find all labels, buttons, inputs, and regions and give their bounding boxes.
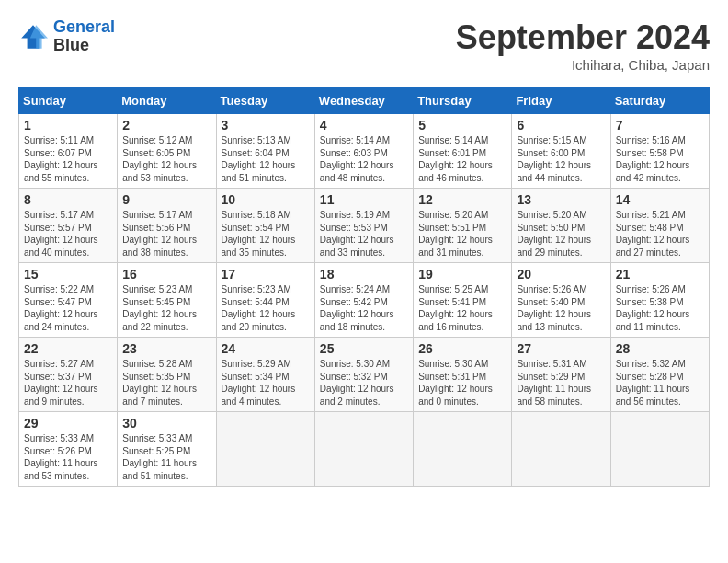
day-info: Sunrise: 5:24 AM Sunset: 5:42 PM Dayligh…: [320, 283, 408, 333]
day-info: Sunrise: 5:23 AM Sunset: 5:45 PM Dayligh…: [122, 283, 210, 333]
col-sunday: Sunday: [19, 88, 118, 114]
empty-cell: [610, 412, 709, 487]
day-info: Sunrise: 5:17 AM Sunset: 5:57 PM Dayligh…: [24, 209, 112, 259]
calendar-week-4: 22 Sunrise: 5:27 AM Sunset: 5:37 PM Dayl…: [19, 338, 710, 412]
day-cell-16: 16 Sunrise: 5:23 AM Sunset: 5:45 PM Dayl…: [118, 263, 216, 338]
col-saturday: Saturday: [610, 88, 709, 114]
day-cell-26: 26 Sunrise: 5:30 AM Sunset: 5:31 PM Dayl…: [414, 338, 512, 412]
day-info: Sunrise: 5:15 AM Sunset: 6:00 PM Dayligh…: [517, 134, 605, 184]
day-number: 14: [616, 192, 704, 207]
day-info: Sunrise: 5:18 AM Sunset: 5:54 PM Dayligh…: [222, 209, 310, 259]
day-cell-15: 15 Sunrise: 5:22 AM Sunset: 5:47 PM Dayl…: [19, 263, 118, 338]
day-cell-22: 22 Sunrise: 5:27 AM Sunset: 5:37 PM Dayl…: [19, 338, 118, 412]
day-info: Sunrise: 5:14 AM Sunset: 6:03 PM Dayligh…: [320, 134, 408, 184]
day-cell-17: 17 Sunrise: 5:23 AM Sunset: 5:44 PM Dayl…: [216, 263, 314, 338]
day-cell-6: 6 Sunrise: 5:15 AM Sunset: 6:00 PM Dayli…: [512, 114, 610, 189]
day-number: 21: [616, 267, 704, 282]
calendar-week-2: 8 Sunrise: 5:17 AM Sunset: 5:57 PM Dayli…: [19, 189, 710, 263]
col-monday: Monday: [118, 88, 216, 114]
day-cell-18: 18 Sunrise: 5:24 AM Sunset: 5:42 PM Dayl…: [314, 263, 413, 338]
day-number: 8: [24, 192, 112, 207]
day-cell-20: 20 Sunrise: 5:26 AM Sunset: 5:40 PM Dayl…: [512, 263, 610, 338]
day-number: 25: [320, 341, 408, 356]
location: Ichihara, Chiba, Japan: [456, 57, 710, 73]
day-number: 13: [517, 192, 605, 207]
day-cell-28: 28 Sunrise: 5:32 AM Sunset: 5:28 PM Dayl…: [610, 338, 709, 412]
col-friday: Friday: [512, 88, 610, 114]
day-number: 22: [24, 341, 112, 356]
day-info: Sunrise: 5:11 AM Sunset: 6:07 PM Dayligh…: [24, 134, 112, 184]
day-number: 17: [222, 267, 310, 282]
day-info: Sunrise: 5:26 AM Sunset: 5:40 PM Dayligh…: [517, 283, 605, 333]
empty-cell: [216, 412, 314, 487]
col-wednesday: Wednesday: [314, 88, 413, 114]
day-cell-4: 4 Sunrise: 5:14 AM Sunset: 6:03 PM Dayli…: [314, 114, 413, 189]
day-number: 2: [122, 118, 210, 132]
day-number: 28: [616, 341, 704, 356]
day-cell-14: 14 Sunrise: 5:21 AM Sunset: 5:48 PM Dayl…: [610, 189, 709, 263]
day-cell-19: 19 Sunrise: 5:25 AM Sunset: 5:41 PM Dayl…: [414, 263, 512, 338]
day-cell-24: 24 Sunrise: 5:29 AM Sunset: 5:34 PM Dayl…: [216, 338, 314, 412]
day-info: Sunrise: 5:33 AM Sunset: 5:26 PM Dayligh…: [24, 432, 112, 482]
day-number: 6: [517, 118, 605, 132]
day-cell-10: 10 Sunrise: 5:18 AM Sunset: 5:54 PM Dayl…: [216, 189, 314, 263]
day-cell-30: 30 Sunrise: 5:33 AM Sunset: 5:25 PM Dayl…: [118, 412, 216, 487]
day-number: 15: [24, 267, 112, 282]
page-header: General Blue September 2024 Ichihara, Ch…: [18, 18, 710, 73]
day-cell-25: 25 Sunrise: 5:30 AM Sunset: 5:32 PM Dayl…: [314, 338, 413, 412]
day-info: Sunrise: 5:20 AM Sunset: 5:50 PM Dayligh…: [517, 209, 605, 259]
day-number: 29: [24, 416, 112, 431]
day-info: Sunrise: 5:22 AM Sunset: 5:47 PM Dayligh…: [24, 283, 112, 333]
logo-line2: Blue: [53, 37, 115, 55]
day-number: 10: [222, 192, 310, 207]
day-info: Sunrise: 5:16 AM Sunset: 5:58 PM Dayligh…: [616, 134, 704, 184]
day-info: Sunrise: 5:12 AM Sunset: 6:05 PM Dayligh…: [122, 134, 210, 184]
day-number: 24: [222, 341, 310, 356]
day-info: Sunrise: 5:32 AM Sunset: 5:28 PM Dayligh…: [616, 358, 704, 408]
calendar-week-3: 15 Sunrise: 5:22 AM Sunset: 5:47 PM Dayl…: [19, 263, 710, 338]
logo: General Blue: [18, 18, 115, 55]
day-info: Sunrise: 5:29 AM Sunset: 5:34 PM Dayligh…: [222, 358, 310, 408]
day-cell-21: 21 Sunrise: 5:26 AM Sunset: 5:38 PM Dayl…: [610, 263, 709, 338]
day-info: Sunrise: 5:19 AM Sunset: 5:53 PM Dayligh…: [320, 209, 408, 259]
day-info: Sunrise: 5:28 AM Sunset: 5:35 PM Dayligh…: [122, 358, 210, 408]
day-number: 5: [418, 118, 506, 132]
title-block: September 2024 Ichihara, Chiba, Japan: [456, 18, 710, 73]
day-info: Sunrise: 5:20 AM Sunset: 5:51 PM Dayligh…: [418, 209, 506, 259]
day-number: 11: [320, 192, 408, 207]
day-number: 12: [418, 192, 506, 207]
day-cell-1: 1 Sunrise: 5:11 AM Sunset: 6:07 PM Dayli…: [19, 114, 118, 189]
day-info: Sunrise: 5:31 AM Sunset: 5:29 PM Dayligh…: [517, 358, 605, 408]
day-cell-2: 2 Sunrise: 5:12 AM Sunset: 6:05 PM Dayli…: [118, 114, 216, 189]
day-info: Sunrise: 5:25 AM Sunset: 5:41 PM Dayligh…: [418, 283, 506, 333]
day-number: 18: [320, 267, 408, 282]
day-cell-23: 23 Sunrise: 5:28 AM Sunset: 5:35 PM Dayl…: [118, 338, 216, 412]
day-info: Sunrise: 5:14 AM Sunset: 6:01 PM Dayligh…: [418, 134, 506, 184]
logo-line1: General: [53, 17, 115, 36]
day-number: 4: [320, 118, 408, 132]
empty-cell: [512, 412, 610, 487]
col-tuesday: Tuesday: [216, 88, 314, 114]
day-cell-5: 5 Sunrise: 5:14 AM Sunset: 6:01 PM Dayli…: [414, 114, 512, 189]
day-cell-9: 9 Sunrise: 5:17 AM Sunset: 5:56 PM Dayli…: [118, 189, 216, 263]
day-info: Sunrise: 5:26 AM Sunset: 5:38 PM Dayligh…: [616, 283, 704, 333]
day-number: 9: [122, 192, 210, 207]
col-thursday: Thursday: [414, 88, 512, 114]
day-number: 20: [517, 267, 605, 282]
day-info: Sunrise: 5:27 AM Sunset: 5:37 PM Dayligh…: [24, 358, 112, 408]
day-info: Sunrise: 5:17 AM Sunset: 5:56 PM Dayligh…: [122, 209, 210, 259]
calendar-week-5: 29 Sunrise: 5:33 AM Sunset: 5:26 PM Dayl…: [19, 412, 710, 487]
day-cell-27: 27 Sunrise: 5:31 AM Sunset: 5:29 PM Dayl…: [512, 338, 610, 412]
day-cell-29: 29 Sunrise: 5:33 AM Sunset: 5:26 PM Dayl…: [19, 412, 118, 487]
day-info: Sunrise: 5:33 AM Sunset: 5:25 PM Dayligh…: [122, 432, 210, 482]
day-cell-3: 3 Sunrise: 5:13 AM Sunset: 6:04 PM Dayli…: [216, 114, 314, 189]
day-number: 27: [517, 341, 605, 356]
day-number: 30: [122, 416, 210, 431]
day-number: 1: [24, 118, 112, 132]
day-number: 19: [418, 267, 506, 282]
day-number: 7: [616, 118, 704, 132]
calendar-header-row: Sunday Monday Tuesday Wednesday Thursday…: [19, 88, 710, 114]
day-number: 3: [222, 118, 310, 132]
day-info: Sunrise: 5:23 AM Sunset: 5:44 PM Dayligh…: [222, 283, 310, 333]
empty-cell: [414, 412, 512, 487]
